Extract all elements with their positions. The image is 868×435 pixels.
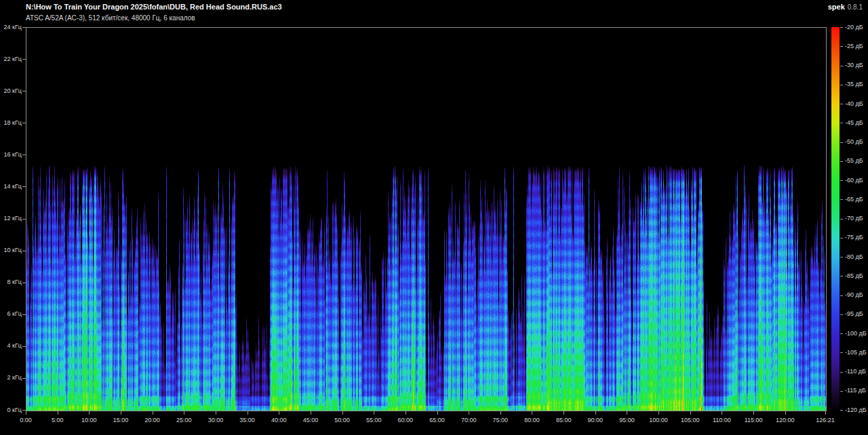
time-tick <box>216 411 216 415</box>
time-tick <box>627 411 627 415</box>
plot-frame <box>26 27 827 411</box>
time-tick-label: 75:00 <box>493 417 509 423</box>
freq-tick <box>22 59 26 60</box>
freq-tick <box>22 378 26 379</box>
db-tick <box>840 295 843 296</box>
time-tick-label: 35:00 <box>239 417 255 423</box>
file-path-title: N:\How To Train Your Dragon 2025\fofan\D… <box>26 3 282 11</box>
freq-tick-label: 10 кГц <box>0 247 22 253</box>
time-tick <box>184 411 184 415</box>
db-tick <box>840 123 843 123</box>
db-tick-label: -45 дБ <box>845 119 863 126</box>
freq-tick <box>22 123 26 123</box>
freq-tick <box>22 27 26 28</box>
time-tick-label: 50:00 <box>334 417 350 423</box>
db-tick <box>840 199 843 200</box>
db-tick-label: -100 дБ <box>845 330 867 337</box>
time-tick <box>248 411 248 415</box>
legend-colorbar <box>831 27 840 411</box>
time-tick-label: 5:00 <box>52 417 64 423</box>
time-tick-label: 80:00 <box>524 417 540 423</box>
time-tick-label: 85:00 <box>556 417 572 423</box>
time-tick-label: 105:00 <box>681 417 700 423</box>
db-tick-label: -40 дБ <box>845 100 863 107</box>
freq-tick <box>22 283 26 283</box>
db-tick-label: -20 дБ <box>845 24 863 30</box>
freq-tick-label: 24 кГц <box>0 24 22 30</box>
time-tick <box>58 411 58 415</box>
freq-tick-label: 4 кГц <box>0 342 22 349</box>
db-tick <box>840 372 843 373</box>
db-tick <box>840 391 843 392</box>
freq-tick <box>22 314 26 315</box>
time-tick-label: 65:00 <box>429 417 445 423</box>
db-tick <box>840 276 843 276</box>
db-tick-label: -60 дБ <box>845 177 863 184</box>
freq-tick-label: 12 кГц <box>0 215 22 222</box>
freq-tick-label: 0 кГц <box>0 407 22 413</box>
db-tick <box>840 85 843 85</box>
time-tick-label: 70:00 <box>461 417 477 423</box>
time-tick <box>722 411 722 415</box>
db-tick <box>840 257 843 257</box>
time-tick <box>279 411 279 415</box>
freq-tick-label: 8 кГц <box>0 278 22 285</box>
time-tick <box>311 411 311 415</box>
time-tick-label: 90:00 <box>588 417 604 423</box>
format-info: ATSC A/52A (AC-3), 512 кбит/сек, 48000 Г… <box>26 14 195 22</box>
time-tick <box>89 411 90 415</box>
db-tick-label: -55 дБ <box>845 157 863 164</box>
time-tick <box>564 411 564 415</box>
time-tick-label: 30:00 <box>208 417 224 423</box>
spectrogram-canvas <box>26 28 826 411</box>
db-tick <box>840 104 843 104</box>
db-tick <box>840 352 843 353</box>
db-tick-label: -50 дБ <box>845 138 863 145</box>
time-tick-label: 15:00 <box>113 417 129 423</box>
db-tick <box>840 238 843 239</box>
db-tick <box>840 66 843 66</box>
time-tick-label: 55:00 <box>366 417 382 423</box>
db-tick-label: -85 дБ <box>845 272 863 279</box>
time-tick <box>658 411 659 415</box>
time-tick-label: 126:21 <box>816 417 835 423</box>
db-tick-label: -35 дБ <box>845 81 863 87</box>
app-brand: spek0.8.1 <box>828 3 863 11</box>
db-tick-label: -25 дБ <box>845 43 863 49</box>
db-tick <box>840 142 843 143</box>
time-tick-label: 0:00 <box>20 417 32 423</box>
freq-tick-label: 20 кГц <box>0 87 22 94</box>
spek-window: N:\How To Train Your Dragon 2025\fofan\D… <box>0 0 868 435</box>
time-tick-label: 120:00 <box>776 417 795 423</box>
app-name: spek <box>828 3 845 11</box>
time-tick-label: 95:00 <box>619 417 635 423</box>
freq-tick-label: 6 кГц <box>0 310 22 317</box>
time-tick <box>690 411 691 415</box>
db-tick-label: -70 дБ <box>845 215 863 222</box>
time-tick <box>595 411 596 415</box>
freq-tick-label: 2 кГц <box>0 374 22 381</box>
time-tick <box>825 411 826 415</box>
freq-tick-label: 14 кГц <box>0 183 22 190</box>
app-version: 0.8.1 <box>848 3 863 11</box>
time-tick <box>469 411 469 415</box>
db-tick-label: -95 дБ <box>845 310 863 317</box>
freq-tick <box>22 410 26 411</box>
time-tick <box>500 411 501 415</box>
freq-tick-label: 18 кГц <box>0 119 22 126</box>
freq-tick <box>22 91 26 91</box>
db-tick-label: -75 дБ <box>845 234 863 241</box>
freq-tick <box>22 219 26 220</box>
db-tick-label: -30 дБ <box>845 62 863 68</box>
freq-tick-label: 16 кГц <box>0 151 22 158</box>
db-tick-label: -65 дБ <box>845 196 863 203</box>
db-tick <box>840 219 843 220</box>
freq-tick <box>22 154 26 155</box>
db-tick <box>840 161 843 162</box>
db-tick-label: -110 дБ <box>845 368 866 375</box>
time-tick-label: 110:00 <box>713 417 731 423</box>
time-tick-label: 60:00 <box>398 417 414 423</box>
time-tick-label: 40:00 <box>271 417 287 423</box>
time-tick-label: 115:00 <box>745 417 763 423</box>
time-tick <box>753 411 754 415</box>
